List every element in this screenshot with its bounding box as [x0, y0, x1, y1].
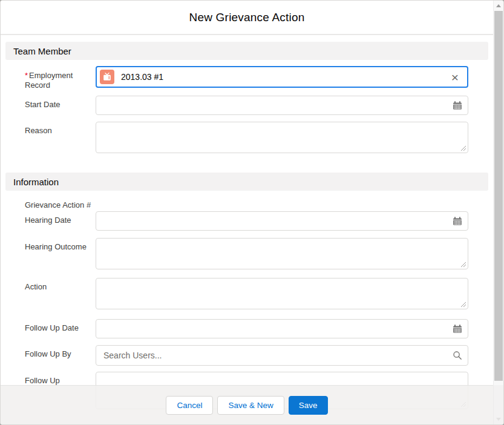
scrollbar-thumb[interactable]	[494, 11, 503, 381]
follow-up-date-input[interactable]	[96, 319, 468, 338]
reason-textarea[interactable]	[96, 122, 468, 153]
save-and-new-button[interactable]: Save & New	[217, 396, 284, 415]
hearing-date-input[interactable]	[96, 211, 468, 231]
scroll-up-arrow-icon[interactable]	[494, 1, 503, 11]
field-row-follow-up-date: Follow Up Date	[25, 319, 468, 338]
field-row-employment-record: *Employment Record 2013.03 #1 ×	[25, 66, 468, 90]
field-row-reason: Reason	[25, 122, 468, 153]
field-row-grievance-action-number: Grievance Action #	[25, 200, 468, 210]
required-asterisk: *	[25, 71, 28, 80]
field-row-hearing-outcome: Hearing Outcome	[25, 238, 468, 269]
start-date-input[interactable]	[96, 96, 468, 115]
field-label: Follow Up By	[25, 345, 96, 366]
vertical-scrollbar[interactable]	[493, 1, 503, 424]
field-label: *Employment Record	[25, 66, 96, 90]
calendar-icon[interactable]	[453, 216, 462, 226]
hearing-outcome-textarea[interactable]	[96, 239, 468, 269]
field-label: Reason	[25, 122, 96, 153]
cancel-button[interactable]: Cancel	[166, 396, 213, 415]
field-label: Follow Up Date	[25, 319, 96, 338]
action-textarea[interactable]	[96, 278, 468, 309]
field-label: Start Date	[25, 96, 96, 115]
calendar-icon[interactable]	[453, 324, 462, 334]
field-label: Hearing Outcome	[25, 238, 96, 269]
field-label: Hearing Date	[25, 211, 96, 231]
search-icon	[453, 351, 462, 360]
modal-header: New Grievance Action	[1, 1, 493, 35]
follow-up-by-search-input[interactable]	[96, 345, 468, 366]
calendar-icon[interactable]	[453, 100, 462, 110]
modal-footer: Cancel Save & New Save	[1, 385, 493, 424]
employment-record-value: 2013.03 #1	[121, 72, 450, 82]
scroll-down-arrow-icon[interactable]	[494, 414, 503, 424]
modal-title: New Grievance Action	[189, 11, 305, 24]
clear-selection-icon[interactable]: ×	[450, 71, 460, 84]
save-button[interactable]: Save	[289, 396, 328, 415]
field-row-action: Action	[25, 278, 468, 309]
section-title: Team Member	[13, 46, 71, 56]
field-row-start-date: Start Date	[25, 96, 468, 115]
record-tv-icon	[100, 70, 114, 84]
section-header-team-member: Team Member	[5, 42, 488, 60]
section-header-information: Information	[5, 173, 488, 191]
field-row-hearing-date: Hearing Date	[25, 211, 468, 231]
field-label: Action	[25, 278, 96, 309]
section-title: Information	[13, 177, 59, 187]
new-grievance-action-modal: New Grievance Action Team Member *Employ…	[0, 0, 504, 425]
field-row-follow-up-by: Follow Up By	[25, 345, 468, 366]
employment-record-lookup[interactable]: 2013.03 #1 ×	[96, 66, 468, 88]
field-label: Grievance Action #	[25, 200, 99, 210]
